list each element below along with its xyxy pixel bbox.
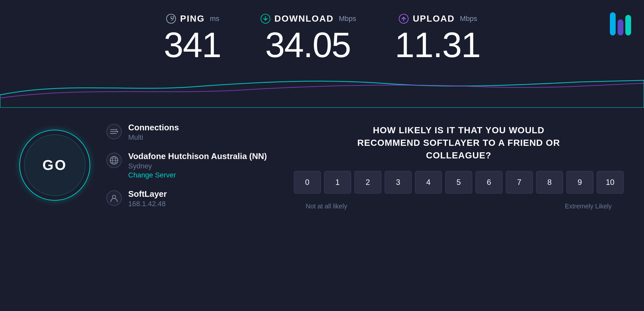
wave-divider	[0, 69, 644, 108]
bar-2	[618, 19, 623, 35]
upload-header: UPLOAD Mbps	[398, 13, 477, 25]
upload-unit: Mbps	[460, 15, 477, 23]
ping-block: PING ms 341	[164, 13, 221, 63]
info-rows: Connections Multi Vodafone Hutchiso	[106, 123, 267, 208]
rating-label-left: Not at all likely	[306, 203, 347, 210]
survey-title: HOW LIKELY IS IT THAT YOU WOULD RECOMMEN…	[346, 124, 572, 162]
bar-3	[625, 15, 631, 35]
globe-icon	[106, 153, 122, 168]
host-row: SoftLayer 168.1.42.48	[106, 189, 267, 208]
connections-title: Connections	[128, 123, 179, 133]
change-server-link[interactable]: Change Server	[128, 171, 267, 179]
rating-10[interactable]: 10	[597, 171, 624, 194]
person-icon	[106, 190, 122, 206]
isp-content: Vodafone Hutchison Australia (NN) Sydney…	[128, 151, 267, 179]
go-label: GO	[43, 157, 67, 173]
upload-icon	[398, 13, 409, 25]
rating-label-right: Extremely Likely	[565, 203, 612, 210]
rating-7[interactable]: 7	[506, 171, 533, 194]
rating-labels: Not at all likely Extremely Likely	[306, 203, 612, 210]
ping-label: PING	[180, 14, 205, 24]
top-section: PING ms 341 DOWNLOAD Mbps 34.05	[0, 0, 644, 69]
download-label: DOWNLOAD	[274, 14, 334, 24]
bottom-section: GO Connections Multi	[0, 108, 644, 223]
isp-name: Vodafone Hutchison Australia (NN)	[128, 151, 267, 161]
download-value: 34.05	[265, 27, 351, 63]
download-block: DOWNLOAD Mbps 34.05	[260, 13, 356, 63]
ping-unit: ms	[210, 15, 219, 23]
download-icon	[260, 13, 271, 25]
rating-1[interactable]: 1	[324, 171, 351, 194]
download-unit: Mbps	[339, 15, 356, 23]
rating-5[interactable]: 5	[445, 171, 472, 194]
connections-content: Connections Multi	[128, 123, 179, 142]
isp-location: Sydney	[128, 162, 267, 170]
host-ip: 168.1.42.48	[128, 200, 167, 208]
upload-label: UPLOAD	[413, 14, 455, 24]
ping-icon	[165, 13, 177, 25]
upload-block: UPLOAD Mbps 11.31	[395, 13, 480, 63]
rating-2[interactable]: 2	[354, 171, 381, 194]
signal-bars	[610, 10, 631, 35]
connections-value: Multi	[128, 133, 179, 142]
host-content: SoftLayer 168.1.42.48	[128, 189, 167, 208]
rating-4[interactable]: 4	[415, 171, 442, 194]
connections-icon	[106, 124, 122, 139]
rating-8[interactable]: 8	[536, 171, 563, 194]
rating-row: 0 1 2 3 4 5 6 7 8 9 10	[293, 171, 625, 194]
upload-value: 11.31	[395, 27, 480, 63]
rating-9[interactable]: 9	[566, 171, 593, 194]
go-button[interactable]: GO	[19, 130, 90, 201]
left-panel: GO Connections Multi	[19, 121, 267, 210]
host-name: SoftLayer	[128, 189, 167, 199]
svg-point-11	[112, 195, 116, 198]
bar-1	[610, 12, 616, 35]
rating-6[interactable]: 6	[476, 171, 503, 194]
survey-panel: HOW LIKELY IS IT THAT YOU WOULD RECOMMEN…	[293, 121, 625, 210]
download-header: DOWNLOAD Mbps	[260, 13, 356, 25]
ping-header: PING ms	[165, 13, 219, 25]
ping-value: 341	[164, 27, 221, 63]
connections-row: Connections Multi	[106, 123, 267, 142]
isp-row: Vodafone Hutchison Australia (NN) Sydney…	[106, 151, 267, 179]
rating-3[interactable]: 3	[385, 171, 412, 194]
rating-0[interactable]: 0	[294, 171, 321, 194]
